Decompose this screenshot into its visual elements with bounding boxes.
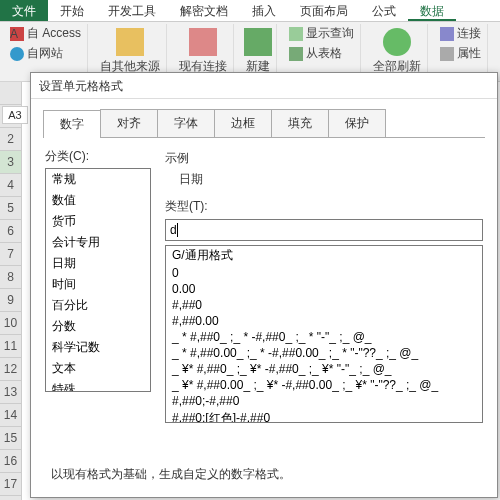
list-item[interactable]: _ ¥* #,##0_ ;_ ¥* -#,##0_ ;_ ¥* "-"_ ;_ …	[166, 361, 482, 377]
tab-formula[interactable]: 公式	[360, 0, 408, 21]
list-item[interactable]: _ ¥* #,##0.00_ ;_ ¥* -#,##0.00_ ;_ ¥* "-…	[166, 377, 482, 393]
other-sources-icon	[116, 28, 144, 56]
globe-icon	[10, 47, 24, 61]
dialog-title: 设置单元格格式	[31, 73, 497, 99]
type-label: 类型(T):	[165, 198, 483, 215]
list-item[interactable]: 货币	[46, 211, 150, 232]
refresh-icon	[383, 28, 411, 56]
from-access-button[interactable]: A自 Access	[8, 24, 83, 43]
list-item[interactable]: 百分比	[46, 295, 150, 316]
row-header[interactable]: 16	[0, 450, 21, 473]
row-header[interactable]	[0, 82, 21, 105]
list-item[interactable]: 科学记数	[46, 337, 150, 358]
list-item[interactable]: 会计专用	[46, 232, 150, 253]
list-item[interactable]: 分数	[46, 316, 150, 337]
category-label: 分类(C):	[45, 148, 151, 165]
tab-file[interactable]: 文件	[0, 0, 48, 21]
table-icon	[289, 27, 303, 41]
tab-layout[interactable]: 页面布局	[288, 0, 360, 21]
connections-button[interactable]: 连接	[438, 24, 483, 43]
row-header[interactable]: 13	[0, 381, 21, 404]
sample-label: 示例	[165, 150, 483, 167]
tab-dev[interactable]: 开发工具	[96, 0, 168, 21]
row-header[interactable]: 6	[0, 220, 21, 243]
link-icon	[440, 27, 454, 41]
tab-data[interactable]: 数据	[408, 0, 456, 21]
list-item[interactable]: 0.00	[166, 281, 482, 297]
row-header[interactable]: 11	[0, 335, 21, 358]
list-item[interactable]: #,##0	[166, 297, 482, 313]
row-header[interactable]: 10	[0, 312, 21, 335]
tab-insert[interactable]: 插入	[240, 0, 288, 21]
row-header[interactable]: 4	[0, 174, 21, 197]
tab-home[interactable]: 开始	[48, 0, 96, 21]
list-item[interactable]: 特殊	[46, 379, 150, 392]
tab-font[interactable]: 字体	[157, 109, 215, 137]
row-headers: 1 2 3 4 5 6 7 8 9 10 11 12 13 14 15 16 1…	[0, 82, 22, 500]
row-header[interactable]: 5	[0, 197, 21, 220]
row-header[interactable]: 12	[0, 358, 21, 381]
ribbon-tab-strip: 文件 开始 开发工具 解密文档 插入 页面布局 公式 数据	[0, 0, 500, 22]
tab-border[interactable]: 边框	[214, 109, 272, 137]
dialog-tabs: 数字 对齐 字体 边框 填充 保护	[43, 109, 485, 138]
type-input[interactable]: d	[165, 219, 483, 241]
format-cells-dialog: 设置单元格格式 数字 对齐 字体 边框 填充 保护 分类(C): 常规 数值 货…	[30, 72, 498, 498]
tab-number[interactable]: 数字	[43, 110, 101, 138]
row-header[interactable]: 14	[0, 404, 21, 427]
type-list[interactable]: G/通用格式 0 0.00 #,##0 #,##0.00 _ * #,##0_ …	[165, 245, 483, 423]
list-item[interactable]: 0	[166, 265, 482, 281]
from-table-button[interactable]: 从表格	[287, 44, 356, 63]
row-header[interactable]: 7	[0, 243, 21, 266]
list-item[interactable]: G/通用格式	[166, 246, 482, 265]
row-header[interactable]: 9	[0, 289, 21, 312]
list-item[interactable]: _ * #,##0.00_ ;_ * -#,##0.00_ ;_ * "-"??…	[166, 345, 482, 361]
list-item[interactable]: #,##0;-#,##0	[166, 393, 482, 409]
row-header[interactable]: 8	[0, 266, 21, 289]
tab-align[interactable]: 对齐	[100, 109, 158, 137]
list-item[interactable]: _ * #,##0_ ;_ * -#,##0_ ;_ * "-"_ ;_ @_	[166, 329, 482, 345]
list-item[interactable]: #,##0.00	[166, 313, 482, 329]
from-web-button[interactable]: 自网站	[8, 44, 83, 63]
dialog-hint: 以现有格式为基础，生成自定义的数字格式。	[51, 466, 291, 483]
list-item[interactable]: 日期	[46, 253, 150, 274]
list-item[interactable]: 常规	[46, 169, 150, 190]
properties-button[interactable]: 属性	[438, 44, 483, 63]
access-icon: A	[10, 27, 24, 41]
row-header[interactable]: 17	[0, 473, 21, 496]
sample-value: 日期	[179, 171, 483, 188]
name-box[interactable]: A3	[2, 106, 28, 124]
existing-conn-icon	[189, 28, 217, 56]
row-header[interactable]: 2	[0, 128, 21, 151]
list-item[interactable]: 数值	[46, 190, 150, 211]
list-item[interactable]: 文本	[46, 358, 150, 379]
row-header[interactable]: 3	[0, 151, 21, 174]
new-query-icon	[244, 28, 272, 56]
row-header[interactable]: 15	[0, 427, 21, 450]
list-item[interactable]: 时间	[46, 274, 150, 295]
list-item[interactable]: #,##0;[红色]-#,##0	[166, 409, 482, 423]
show-query-button[interactable]: 显示查询	[287, 24, 356, 43]
props-icon	[440, 47, 454, 61]
tab-protect[interactable]: 保护	[328, 109, 386, 137]
grid-icon	[289, 47, 303, 61]
category-list[interactable]: 常规 数值 货币 会计专用 日期 时间 百分比 分数 科学记数 文本 特殊 自定…	[45, 168, 151, 392]
tab-fill[interactable]: 填充	[271, 109, 329, 137]
tab-decrypt[interactable]: 解密文档	[168, 0, 240, 21]
